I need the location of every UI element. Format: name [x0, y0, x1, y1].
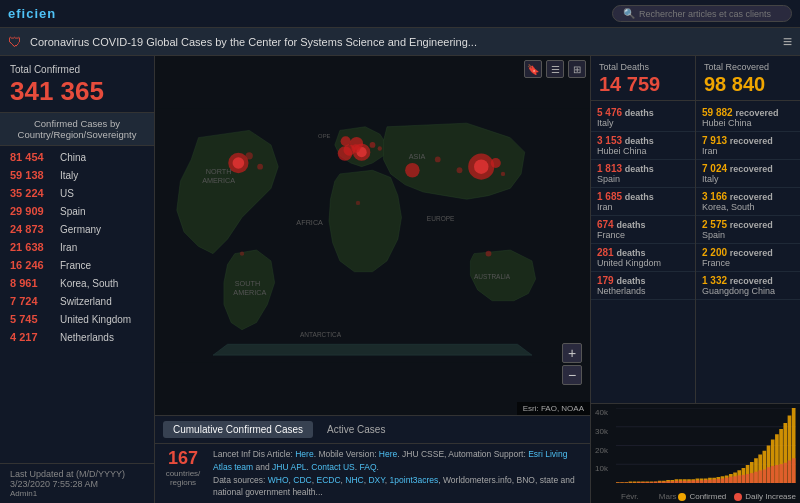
search-icon: 🔍	[623, 8, 635, 19]
country-list-item[interactable]: 8 961Korea, South	[0, 274, 154, 292]
shield-icon: 🛡	[8, 34, 22, 50]
who-link[interactable]: WHO	[268, 475, 289, 485]
map-area[interactable]: NORTH AMERICA SOUTH AMERICA AFRICA ASIA …	[155, 56, 590, 415]
recovered-num: 59 882 recovered	[702, 107, 794, 118]
svg-point-16	[435, 156, 441, 162]
recovered-country: Guangdong China	[702, 286, 794, 296]
info-main-text: JHU CSSE, Automation Support:	[402, 449, 528, 459]
recovered-country: Hubei China	[702, 118, 794, 128]
recovered-num: 2 200 recovered	[702, 247, 794, 258]
recovered-label-item: recovered	[730, 248, 773, 258]
svg-rect-95	[670, 481, 674, 483]
lancet-link[interactable]: Here	[295, 449, 313, 459]
death-country: Iran	[597, 202, 689, 212]
svg-rect-106	[716, 479, 720, 483]
death-country: Italy	[597, 118, 689, 128]
faq-link[interactable]: FAQ	[360, 462, 377, 472]
y-axis-label: 10k	[595, 464, 608, 473]
chart-yaxis: 40k30k20k10k	[595, 408, 608, 483]
recovered-label-item: recovered	[730, 136, 773, 146]
death-num: 1 813 deaths	[597, 163, 689, 174]
death-num: 674 deaths	[597, 219, 689, 230]
recovered-item: 2 200 recoveredFrance	[696, 244, 800, 272]
svg-text:AMERICA: AMERICA	[202, 176, 235, 185]
country-list-item[interactable]: 4 217Netherlands	[0, 328, 154, 346]
grid-tool[interactable]: ⊞	[568, 60, 586, 78]
map-tab-1[interactable]: Active Cases	[317, 421, 395, 438]
zoom-in-button[interactable]: +	[562, 343, 582, 363]
svg-point-22	[240, 251, 244, 255]
confirmed-total: Total Confirmed 341 365	[0, 56, 154, 113]
stats-header: Total Deaths 14 759 Total Recovered 98 8…	[591, 56, 800, 101]
country-count: 167	[163, 448, 203, 469]
menu-icon[interactable]: ≡	[783, 33, 792, 51]
mobile-link[interactable]: Here	[379, 449, 397, 459]
death-label: deaths	[625, 192, 654, 202]
recovered-item: 7 024 recoveredItaly	[696, 160, 800, 188]
country-list-item[interactable]: 35 224US	[0, 184, 154, 202]
y-axis-label: 20k	[595, 446, 608, 455]
1point3acres-link[interactable]: 1point3acres	[390, 475, 439, 485]
country-list-item[interactable]: 21 638Iran	[0, 238, 154, 256]
search-bar[interactable]: 🔍 Rechercher articles et cas clients	[612, 5, 792, 22]
country-list-item[interactable]: 29 909Spain	[0, 202, 154, 220]
confirmed-legend-dot	[678, 493, 686, 501]
country-cases: 29 909	[10, 205, 55, 217]
country-list-item[interactable]: 24 873Germany	[0, 220, 154, 238]
list-tool[interactable]: ☰	[546, 60, 564, 78]
death-label: deaths	[625, 164, 654, 174]
country-name: Germany	[60, 224, 101, 235]
svg-text:AMERICA: AMERICA	[233, 288, 266, 297]
country-count-label: countries/ regions	[163, 469, 203, 487]
country-list-item[interactable]: 81 454China	[0, 148, 154, 166]
death-country: Hubei China	[597, 146, 689, 156]
svg-rect-96	[675, 481, 679, 483]
last-updated-date: 3/23/2020 7:55:28 AM	[10, 479, 144, 489]
ecdc-link[interactable]: ECDC	[316, 475, 340, 485]
country-list-item[interactable]: 7 724Switzerland	[0, 292, 154, 310]
svg-rect-120	[775, 465, 779, 483]
country-list-item[interactable]: 59 138Italy	[0, 166, 154, 184]
main-layout: Total Confirmed 341 365 Confirmed Cases …	[0, 56, 800, 503]
svg-rect-108	[725, 478, 729, 483]
recovered-item: 1 332 recoveredGuangdong China	[696, 272, 800, 300]
svg-rect-121	[779, 464, 783, 483]
svg-rect-89	[645, 482, 649, 483]
svg-rect-105	[712, 479, 716, 483]
last-updated-label: Last Updated at (M/D/YYYY)	[10, 469, 144, 479]
map-controls: + −	[562, 343, 582, 385]
svg-text:NORTH: NORTH	[206, 167, 232, 176]
death-num: 1 685 deaths	[597, 191, 689, 202]
country-list-item[interactable]: 5 745United Kingdom	[0, 310, 154, 328]
country-list-item[interactable]: 16 246France	[0, 256, 154, 274]
cdc-link[interactable]: CDC	[293, 475, 311, 485]
svg-rect-117	[763, 470, 767, 484]
zoom-out-button[interactable]: −	[562, 365, 582, 385]
svg-rect-107	[721, 479, 725, 484]
country-name: Iran	[60, 242, 77, 253]
svg-rect-90	[649, 482, 653, 483]
sidebar: Total Confirmed 341 365 Confirmed Cases …	[0, 56, 155, 503]
nhc-link[interactable]: NHC	[345, 475, 363, 485]
svg-rect-110	[733, 476, 737, 483]
map-tabs: Cumulative Confirmed CasesActive Cases	[155, 415, 590, 443]
dxy-link[interactable]: DXY	[368, 475, 384, 485]
svg-rect-112	[742, 475, 746, 483]
bookmark-tool[interactable]: 🔖	[524, 60, 542, 78]
country-name: China	[60, 152, 86, 163]
country-cases: 35 224	[10, 187, 55, 199]
country-cases: 7 724	[10, 295, 55, 307]
y-axis-label: 40k	[595, 408, 608, 417]
death-country: United Kingdom	[597, 258, 689, 268]
jhu-link[interactable]: JHU APL	[272, 462, 307, 472]
country-cases: 21 638	[10, 241, 55, 253]
contact-link[interactable]: Contact US	[311, 462, 354, 472]
svg-text:SOUTH: SOUTH	[235, 279, 260, 288]
map-tab-0[interactable]: Cumulative Confirmed Cases	[163, 421, 313, 438]
recovered-list: 59 882 recoveredHubei China7 913 recover…	[696, 101, 800, 403]
death-label: deaths	[616, 220, 645, 230]
search-placeholder: Rechercher articles et cas clients	[639, 9, 771, 19]
country-name: United Kingdom	[60, 314, 131, 325]
svg-point-15	[378, 146, 382, 150]
sidebar-footer: Last Updated at (M/D/YYYY) 3/23/2020 7:5…	[0, 463, 154, 503]
